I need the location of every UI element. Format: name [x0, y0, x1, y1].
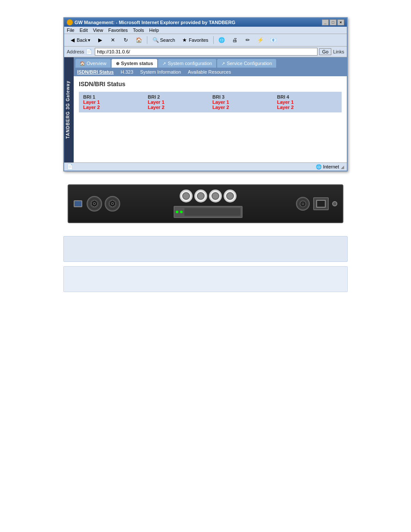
browser-statusbar: 📄 🌐 Internet ◢ — [64, 162, 347, 171]
service-config-tab-icon: ↗ — [221, 61, 225, 66]
toolbar-separator-1 — [147, 36, 147, 44]
hw-slot-4-inner — [226, 192, 234, 200]
hw-slot-2 — [194, 190, 207, 202]
bri-2-layer2: Layer 2 — [148, 105, 208, 110]
sub-nav-h323[interactable]: H.323 — [120, 69, 134, 75]
go-button[interactable]: Go — [319, 48, 332, 55]
info-panel-2 — [63, 266, 348, 292]
hw-center — [125, 190, 292, 218]
bri-3-label: BRI 3 — [212, 94, 273, 100]
back-button[interactable]: ◀ Back ▾ — [67, 35, 93, 45]
toolbar-separator-2 — [213, 36, 214, 44]
hw-power-connector — [313, 197, 329, 210]
menu-edit[interactable]: Edit — [80, 28, 88, 33]
hw-power-socket — [316, 200, 326, 208]
bri-1-layer2: Layer 2 — [83, 105, 143, 110]
edit-icon: ✏ — [244, 37, 251, 44]
forward-button[interactable]: ▶ — [94, 35, 106, 45]
browser-title: GW Management: - Microsoft Internet Expl… — [75, 20, 235, 25]
favorites-button[interactable]: ★ Favorites — [179, 35, 210, 45]
hw-fan-2: ⚙ — [105, 196, 120, 212]
status-right: 🌐 Internet ◢ — [316, 164, 344, 170]
minimize-button[interactable]: _ — [322, 19, 329, 25]
favorites-label: Favorites — [189, 37, 208, 43]
tab-overview[interactable]: 🏠 Overview — [75, 59, 111, 68]
sub-nav-available-resources[interactable]: Available Resources — [187, 69, 232, 75]
hw-slot-1-inner — [182, 192, 190, 200]
nav-tabs: 🏠 Overview ⊕ System status ↗ System conf… — [74, 57, 347, 68]
bri-3-layer2: Layer 2 — [212, 105, 273, 110]
messenger-button[interactable]: 📧 — [268, 35, 279, 45]
hw-drive-led-2 — [180, 211, 183, 213]
resize-grip: ◢ — [341, 165, 344, 169]
back-label: Back — [77, 37, 87, 43]
status-zone: 🌐 Internet — [316, 164, 339, 170]
hw-slot-1 — [180, 190, 193, 202]
hw-fans-left: ⚙ ⚙ — [87, 196, 120, 212]
bluetooth-icon: ⚡ — [257, 37, 264, 44]
bri-2-cell: BRI 2 Layer 1 Layer 2 — [146, 93, 210, 111]
brand-text: TANDBERG 3G Gateway — [65, 81, 70, 139]
system-config-tab-icon: ↗ — [162, 61, 166, 66]
menu-file[interactable]: File — [67, 28, 75, 33]
tab-system-status-label: System status — [121, 61, 153, 66]
overview-tab-icon: 🏠 — [80, 61, 85, 66]
tab-system-config[interactable]: ↗ System configuration — [158, 59, 216, 68]
address-label: Address — [67, 49, 84, 54]
zone-label: Internet — [323, 164, 339, 169]
bri-2-label: BRI 2 — [148, 94, 208, 100]
sub-nav-system-info[interactable]: System Information — [139, 69, 182, 75]
address-input[interactable] — [95, 48, 317, 56]
bri-3-cell: BRI 3 Layer 1 Layer 2 — [211, 93, 274, 111]
sub-nav-isdn-bri[interactable]: ISDN/BRI Status — [76, 69, 115, 75]
menu-favorites[interactable]: Favorites — [108, 28, 128, 33]
browser-toolbar: ◀ Back ▾ ▶ ✕ ↻ 🏠 🔍 Search ★ — [64, 34, 347, 47]
tab-system-status[interactable]: ⊕ System status — [112, 59, 158, 68]
favorites-icon: ★ — [181, 37, 188, 44]
bri-2-layer1: Layer 1 — [148, 100, 208, 105]
search-button[interactable]: 🔍 Search — [150, 35, 177, 45]
print-icon: 🖨 — [231, 37, 238, 44]
messenger-icon: 📧 — [270, 37, 277, 44]
back-dropdown-icon: ▾ — [88, 37, 90, 43]
menu-help[interactable]: Help — [149, 28, 159, 33]
hardware-container: ⚙ ⚙ — [63, 184, 348, 223]
bri-status-table: BRI 1 Layer 1 Layer 2 BRI 2 Layer 1 Laye… — [79, 92, 342, 112]
hw-slot-2-inner — [197, 192, 205, 200]
hw-drive-led-1 — [176, 211, 178, 213]
menu-view[interactable]: View — [93, 28, 103, 33]
refresh-icon: ↻ — [122, 37, 129, 44]
home-icon: 🏠 — [135, 37, 142, 44]
bri-4-layer2: Layer 2 — [277, 105, 337, 110]
main-content: 🏠 Overview ⊕ System status ↗ System conf… — [74, 57, 347, 162]
links-label: Links — [333, 49, 344, 54]
address-page-icon: 📄 — [86, 49, 92, 55]
bluetooth-button[interactable]: ⚡ — [255, 35, 266, 45]
hw-fan-3: ⚙ — [296, 197, 310, 211]
bottom-panels — [63, 236, 348, 292]
bri-1-label: BRI 1 — [83, 94, 143, 100]
sidebar-brand: TANDBERG 3G Gateway — [64, 57, 74, 162]
edit-button[interactable]: ✏ — [242, 35, 253, 45]
tab-service-config[interactable]: ↗ Service Configuration — [217, 59, 276, 68]
bri-1-cell: BRI 1 Layer 1 Layer 2 — [81, 93, 145, 111]
print-button[interactable]: 🖨 — [229, 35, 240, 45]
home-button[interactable]: 🏠 — [133, 35, 144, 45]
menu-tools[interactable]: Tools — [133, 28, 144, 33]
ie-icon — [67, 19, 73, 25]
stop-button[interactable]: ✕ — [107, 35, 118, 45]
browser-menubar: File Edit View Favorites Tools Help — [64, 27, 347, 34]
info-panel-1 — [63, 236, 348, 262]
media-icon: 🌐 — [218, 37, 225, 44]
hw-slot-3 — [209, 190, 222, 202]
hardware-device: ⚙ ⚙ — [68, 184, 343, 223]
restore-button[interactable]: □ — [330, 19, 336, 25]
refresh-button[interactable]: ↻ — [120, 35, 131, 45]
hw-power-switch — [332, 201, 337, 206]
close-button[interactable]: × — [337, 19, 344, 25]
hw-left-panel — [74, 200, 82, 207]
media-button[interactable]: 🌐 — [216, 35, 227, 45]
bri-4-label: BRI 4 — [277, 94, 337, 100]
status-page-icon: 📄 — [67, 164, 73, 170]
page-wrapper: GW Management: - Microsoft Internet Expl… — [0, 0, 411, 309]
